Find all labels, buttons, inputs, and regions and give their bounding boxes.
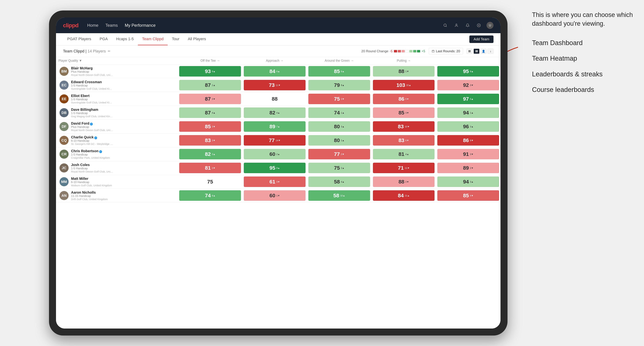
player-hcap-4: Plus Handicap xyxy=(71,126,113,129)
edit-team-icon[interactable]: ✏ xyxy=(108,49,110,53)
tab-hcaps[interactable]: Hcaps 1-5 xyxy=(112,33,138,45)
nav-item-home[interactable]: Home xyxy=(87,23,98,28)
svg-rect-18 xyxy=(478,50,478,52)
heatmap-bar xyxy=(394,50,420,52)
player-cell-0[interactable]: BM Blair McHarg Plus Handicap Royal Nort… xyxy=(56,64,178,78)
metric-quality-5: 86 8▼ xyxy=(436,134,500,147)
last-rounds-label: Last Rounds: 20 xyxy=(436,49,460,53)
nav-items: Home Teams My Performance xyxy=(87,23,442,28)
player-cell-2[interactable]: EE Elliot Ebert 1-5 Handicap Sunningdale… xyxy=(56,92,178,106)
add-team-button[interactable]: Add Team xyxy=(469,35,494,43)
player-cell-1[interactable]: EC Edward Crossman 1-5 Handicap Sunningd… xyxy=(56,78,178,92)
metric-off-tee-2: 87 3▼ xyxy=(178,92,242,106)
metric-off-tee-5: 83 3▼ xyxy=(178,134,242,147)
view-heatmap-icon[interactable] xyxy=(474,49,480,54)
player-cell-8[interactable]: MM Matt Miller 6-10 Handicap Woburn Golf… xyxy=(56,175,178,189)
heatmap-seg-6 xyxy=(413,50,416,52)
player-cell-9[interactable]: AN Aaron Nicholls 11-15 Handicap Drift G… xyxy=(56,189,178,202)
heatmap-seg-2 xyxy=(398,50,401,52)
metric-around-green-5: 80 1▲ xyxy=(307,134,372,147)
col-header-off-tee[interactable]: Off the Tee → xyxy=(178,57,242,64)
metric-around-green-3: 74 1▲ xyxy=(307,106,372,120)
team-title: Team Clippd | 14 Players ✏ xyxy=(63,49,110,53)
metric-putting-0: 88 1▼ xyxy=(372,64,436,78)
nav-logo: clippd xyxy=(63,22,78,29)
table-row: EE Elliot Ebert 1-5 Handicap Sunningdale… xyxy=(56,92,500,106)
player-club-9: Drift Golf Club, United Kingdom xyxy=(71,198,108,201)
metric-putting-5: 83 6▼ xyxy=(372,134,436,147)
col-header-putting[interactable]: Putting → xyxy=(372,57,436,64)
search-icon[interactable] xyxy=(442,22,449,29)
metric-putting-6: 81 4▲ xyxy=(372,147,436,161)
player-name-3: Dave Billingham xyxy=(71,108,113,112)
player-club-7: Royal North Devon Golf Club, United King… xyxy=(71,170,113,173)
player-cell-4[interactable]: DF David Ford✓ Plus Handicap Royal North… xyxy=(56,120,178,134)
metric-around-green-0: 85 8▲ xyxy=(307,64,372,78)
metric-approach-3: 82 4▲ xyxy=(242,106,307,120)
svg-point-3 xyxy=(456,24,457,25)
table-row: BM Blair McHarg Plus Handicap Royal Nort… xyxy=(56,64,500,78)
player-avatar-6: CR xyxy=(60,150,68,159)
user-avatar[interactable]: U xyxy=(486,22,494,29)
last-rounds-button[interactable]: Last Rounds: 20 xyxy=(429,48,463,54)
player-info-9: Aaron Nicholls 11-15 Handicap Drift Golf… xyxy=(71,190,108,201)
main-content: Player Quality ▼ Off the Tee → Approach … xyxy=(56,57,500,329)
player-avatar-7: JC xyxy=(60,163,68,173)
view-person-icon[interactable]: 👤 xyxy=(480,49,486,54)
annotation-item-1: Team Dashboard xyxy=(532,39,634,47)
table-row: CQ Charlie Quick✓ 6-10 Handicap St. Geor… xyxy=(56,134,500,147)
player-cell-7[interactable]: JC Josh Coles 1-5 Handicap Royal North D… xyxy=(56,161,178,175)
player-name-5: Charlie Quick✓ xyxy=(71,135,113,139)
metric-quality-4: 96 3▲ xyxy=(436,120,500,134)
team-name: Team Clippd | 14 Players xyxy=(63,49,106,53)
player-club-3: Gog Magog Golf Club, United Kingdom xyxy=(71,115,113,118)
tab-tour[interactable]: Tour xyxy=(168,33,184,45)
round-change: 20 Round Change -5 +5 xyxy=(362,49,425,53)
metric-putting-9: 84 21▲ xyxy=(372,189,436,202)
table-row: DB Dave Billingham 1-5 Handicap Gog Mago… xyxy=(56,106,500,120)
player-cell-5[interactable]: CQ Charlie Quick✓ 6-10 Handicap St. Geor… xyxy=(56,134,178,147)
view-download-icon[interactable]: ↓ xyxy=(488,49,494,54)
metric-quality-2: 97 5▲ xyxy=(436,92,500,106)
nav-icons: U xyxy=(442,22,494,29)
player-info-8: Matt Miller 6-10 Handicap Woburn Golf Cl… xyxy=(71,177,112,187)
metric-off-tee-3: 87 4▲ xyxy=(178,106,242,120)
table-row: CR Chris Robertson✓ 1-5 Handicap Craigmi… xyxy=(56,147,500,161)
player-cell-6[interactable]: CR Chris Robertson✓ 1-5 Handicap Craigmi… xyxy=(56,147,178,161)
table-row: DF David Ford✓ Plus Handicap Royal North… xyxy=(56,120,500,134)
col-header-player[interactable]: Player Quality ▼ xyxy=(56,57,178,64)
tab-all-players[interactable]: All Players xyxy=(184,33,210,45)
player-name-0: Blair McHarg xyxy=(71,66,113,70)
player-hcap-2: 1-5 Handicap xyxy=(71,98,113,101)
players-table: Player Quality ▼ Off the Tee → Approach … xyxy=(56,57,500,202)
nav-item-my-performance[interactable]: My Performance xyxy=(125,23,156,28)
svg-rect-11 xyxy=(469,50,469,51)
tab-pgat-players[interactable]: PGAT Players xyxy=(63,33,96,45)
player-info-4: David Ford✓ Plus Handicap Royal North De… xyxy=(71,121,113,132)
player-club-8: Woburn Golf Club, United Kingdom xyxy=(71,184,112,187)
col-header-around-green[interactable]: Around the Green → xyxy=(307,57,372,64)
view-toggle: 👤 ↓ xyxy=(466,49,494,54)
metric-approach-6: 60 2▲ xyxy=(242,147,307,161)
col-header-approach[interactable]: Approach → xyxy=(242,57,307,64)
profile-icon[interactable] xyxy=(453,22,460,29)
table-row: MM Matt Miller 6-10 Handicap Woburn Golf… xyxy=(56,175,500,189)
player-avatar-1: EC xyxy=(60,81,68,90)
metric-quality-6: 91 3▼ xyxy=(436,147,500,161)
player-info-7: Josh Coles 1-5 Handicap Royal North Devo… xyxy=(71,163,113,173)
metric-putting-3: 85 3▼ xyxy=(372,106,436,120)
metric-around-green-1: 79 9▲ xyxy=(307,78,372,92)
table-row: EC Edward Crossman 1-5 Handicap Sunningd… xyxy=(56,78,500,92)
player-cell-3[interactable]: DB Dave Billingham 1-5 Handicap Gog Mago… xyxy=(56,106,178,120)
add-circle-icon[interactable] xyxy=(475,22,482,29)
tab-team-clippd[interactable]: Team Clippd xyxy=(138,33,168,45)
metric-approach-7: 95 8▲ xyxy=(242,161,307,175)
bell-icon[interactable] xyxy=(464,22,471,29)
metric-putting-4: 83 10▼ xyxy=(372,120,436,134)
player-name-1: Edward Crossman xyxy=(71,80,113,84)
nav-item-teams[interactable]: Teams xyxy=(105,23,118,28)
team-header: Team Clippd | 14 Players ✏ 20 Round Chan… xyxy=(56,45,500,57)
round-change-min: -5 xyxy=(390,49,392,53)
tab-pga[interactable]: PGA xyxy=(96,33,112,45)
view-grid-icon[interactable] xyxy=(466,49,472,54)
